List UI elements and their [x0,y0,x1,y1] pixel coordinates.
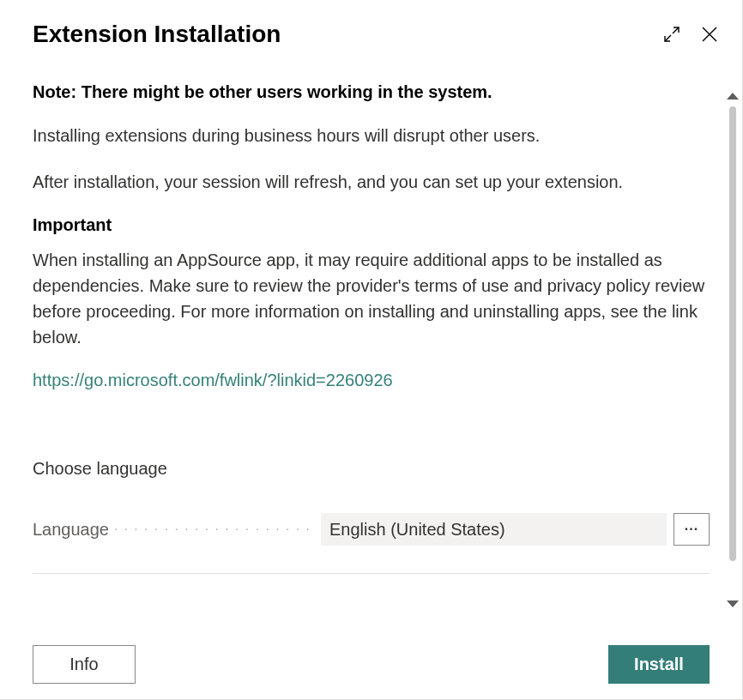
dialog-content: Note: There might be other users working… [0,69,742,600]
language-lookup-button[interactable]: ··· [674,513,710,546]
important-heading: Important [33,215,710,235]
scroll-down-icon[interactable] [727,600,739,607]
scroll-up-icon[interactable] [727,93,739,100]
scroll-thumb[interactable] [729,106,736,561]
dialog-footer: Info Install [0,633,742,699]
install-button[interactable]: Install [608,645,710,684]
scroll-track[interactable] [729,106,736,594]
language-label: Language [33,520,314,540]
docs-link[interactable]: https://go.microsoft.com/fwlink/?linkid=… [33,371,393,390]
paragraph-refresh: After installation, your session will re… [33,169,710,195]
note-heading: Note: There might be other users working… [33,82,710,102]
dialog-title: Extension Installation [33,21,281,48]
expand-icon[interactable] [660,22,684,46]
close-icon[interactable] [698,22,722,46]
scrollbar[interactable] [727,93,739,607]
dialog-header: Extension Installation [0,0,742,69]
paragraph-disruption: Installing extensions during business ho… [33,123,710,148]
info-button[interactable]: Info [33,645,136,684]
choose-language-heading: Choose language [33,459,710,479]
header-actions [660,22,722,46]
important-body: When installing an AppSource app, it may… [33,247,710,350]
language-input[interactable]: English (United States) [321,513,667,546]
language-field-row: Language English (United States) ··· [33,513,710,574]
